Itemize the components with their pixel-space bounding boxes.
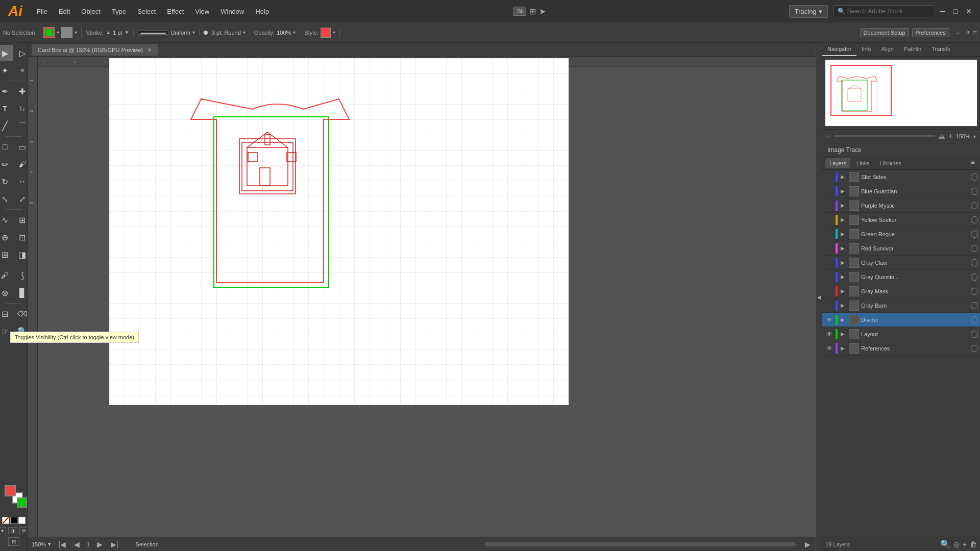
menu-view[interactable]: View bbox=[190, 6, 214, 17]
fill-dropdown-arrow[interactable]: ▾ bbox=[57, 30, 59, 35]
mesh-tool[interactable]: ⊞ bbox=[0, 246, 13, 263]
layer-row[interactable]: ▶Red Survivor bbox=[822, 241, 980, 256]
menu-help[interactable]: Help bbox=[250, 6, 274, 17]
tab-links[interactable]: Links bbox=[852, 158, 874, 168]
layer-target-circle[interactable] bbox=[971, 245, 978, 252]
tab-layers[interactable]: Layers bbox=[825, 158, 850, 168]
last-page-button[interactable]: ▶| bbox=[110, 540, 119, 548]
menu-object[interactable]: Object bbox=[76, 6, 106, 17]
layer-target-circle[interactable] bbox=[971, 316, 978, 323]
layer-target-circle[interactable] bbox=[971, 302, 978, 309]
search-stock-input[interactable] bbox=[847, 8, 929, 15]
layer-expand-arrow[interactable]: ▶ bbox=[839, 188, 847, 194]
st-icon[interactable]: St bbox=[513, 7, 526, 16]
direct-select-tool[interactable]: ▷ bbox=[14, 45, 28, 61]
stroke-down-arrow[interactable]: ▼ bbox=[125, 30, 130, 35]
style-swatch[interactable] bbox=[321, 28, 331, 38]
menu-edit[interactable]: Edit bbox=[54, 6, 75, 17]
stroke-swatch[interactable] bbox=[61, 27, 72, 38]
brush-tool[interactable]: 🖌 bbox=[14, 156, 28, 172]
stroke-type-dropdown[interactable]: ▾ bbox=[192, 30, 195, 35]
options-icon[interactable]: ≡ bbox=[973, 29, 977, 37]
preferences-button[interactable]: Preferences bbox=[912, 28, 949, 37]
tab-pathfinder[interactable]: Pathfin bbox=[899, 43, 926, 56]
blend-tool[interactable]: ⟆ bbox=[14, 267, 28, 284]
zoom-dropdown-arrow[interactable]: ▾ bbox=[48, 541, 51, 547]
magic-wand-tool[interactable]: ✦ bbox=[0, 62, 13, 79]
line-tool[interactable]: ╱ bbox=[0, 118, 13, 134]
layer-expand-arrow[interactable]: ▶ bbox=[839, 217, 847, 222]
hand-tool[interactable]: ☞ bbox=[0, 323, 13, 339]
maximize-button[interactable]: □ bbox=[949, 7, 962, 15]
layer-target-circle[interactable] bbox=[971, 216, 978, 223]
layer-row[interactable]: ▶Green Rogue bbox=[822, 227, 980, 241]
shear-tool[interactable]: ⤢ bbox=[14, 191, 28, 207]
layer-row[interactable]: 👁▶References bbox=[822, 341, 980, 356]
first-page-button[interactable]: |◀ bbox=[57, 540, 67, 548]
zoom-slider[interactable] bbox=[834, 135, 935, 137]
layer-row[interactable]: 👁▶Layout bbox=[822, 327, 980, 341]
stroke-dropdown-arrow[interactable]: ▾ bbox=[75, 30, 77, 35]
perspective-tool[interactable]: ⊡ bbox=[14, 229, 28, 245]
layer-expand-arrow[interactable]: ▶ bbox=[839, 331, 847, 337]
black-swatch[interactable] bbox=[10, 517, 17, 524]
layer-visibility-toggle[interactable]: 👁 bbox=[824, 345, 835, 352]
distribute-icon[interactable]: ⫡ bbox=[964, 29, 971, 37]
lasso-tool[interactable]: ⌖ bbox=[14, 62, 28, 79]
layer-expand-arrow[interactable]: ▶ bbox=[839, 245, 847, 251]
eraser-tool[interactable]: ⌫ bbox=[14, 306, 28, 322]
layer-target-circle[interactable] bbox=[971, 259, 978, 266]
layers-trash-button[interactable]: 🗑 bbox=[970, 540, 977, 548]
select-tool[interactable]: ▶ bbox=[0, 45, 13, 61]
close-button[interactable]: ✕ bbox=[962, 7, 976, 15]
document-tab[interactable]: Card Box.ai @ 150% (RGB/GPU Preview) ✕ bbox=[32, 44, 158, 56]
artboard-tool[interactable]: ⊟ bbox=[8, 537, 19, 546]
graph-tool[interactable]: ▊ bbox=[14, 285, 28, 301]
layer-target-circle[interactable] bbox=[971, 173, 978, 181]
layers-search-button[interactable]: 🔍 bbox=[940, 539, 950, 549]
warp-tool[interactable]: ∿ bbox=[0, 212, 13, 228]
menu-select[interactable]: Select bbox=[132, 6, 161, 17]
close-tab-button[interactable]: ✕ bbox=[147, 46, 152, 54]
layer-row[interactable]: ▶Gray Barn bbox=[822, 298, 980, 313]
add-anchor-tool[interactable]: ✚ bbox=[14, 83, 28, 99]
layer-row[interactable]: ▶Gray Claw bbox=[822, 256, 980, 270]
layer-expand-arrow[interactable]: ▶ bbox=[839, 288, 847, 294]
rect-tool[interactable]: □ bbox=[0, 139, 13, 155]
layer-expand-arrow[interactable]: ▶ bbox=[839, 345, 847, 351]
layer-row[interactable]: ▶Yellow Seeker bbox=[822, 213, 980, 227]
symbol-spray-tool[interactable]: ⊛ bbox=[0, 285, 13, 301]
tab-navigator[interactable]: Navigator bbox=[822, 43, 856, 56]
layer-visibility-toggle[interactable]: 👁 bbox=[824, 331, 835, 338]
layers-panel-menu[interactable]: ≡ bbox=[969, 158, 977, 168]
arc-tool[interactable]: ⌒ bbox=[14, 118, 28, 134]
fill-swatch[interactable] bbox=[43, 27, 55, 38]
layer-target-circle[interactable] bbox=[971, 188, 978, 195]
layer-target-circle[interactable] bbox=[971, 331, 978, 338]
menu-window[interactable]: Window bbox=[215, 6, 249, 17]
layer-expand-arrow[interactable]: ▶ bbox=[839, 260, 847, 265]
touch-type-tool[interactable]: T↕ bbox=[14, 101, 28, 117]
eyedropper-tool[interactable]: 🖋 bbox=[0, 267, 13, 284]
slice-tool[interactable]: ⊟ bbox=[0, 306, 13, 322]
foreground-color-swatch[interactable] bbox=[5, 485, 16, 496]
layers-add-button[interactable]: + bbox=[963, 540, 967, 548]
reflect-tool[interactable]: ↔ bbox=[14, 173, 28, 190]
tab-transform[interactable]: Transfo bbox=[926, 43, 955, 56]
menu-effect[interactable]: Effect bbox=[162, 6, 189, 17]
layer-row[interactable]: ▶Purple Mystic bbox=[822, 198, 980, 213]
layers-locate-button[interactable]: ◎ bbox=[953, 540, 960, 548]
next-page-button[interactable]: ▶ bbox=[96, 540, 104, 548]
zoom-out-button[interactable]: − bbox=[826, 132, 831, 141]
pencil-tool[interactable]: ✏ bbox=[0, 156, 13, 172]
none-swatch[interactable] bbox=[2, 517, 9, 524]
layer-expand-arrow[interactable]: ▶ bbox=[839, 274, 847, 280]
layer-row[interactable]: ▶Blue Guardian bbox=[822, 184, 980, 198]
align-left-icon[interactable]: ⫠ bbox=[954, 29, 962, 37]
free-transform-tool[interactable]: ⊞ bbox=[14, 212, 28, 228]
tab-info[interactable]: Info bbox=[856, 43, 876, 56]
layer-target-circle[interactable] bbox=[971, 202, 978, 209]
right-panel-collapse[interactable]: ◀ bbox=[816, 43, 822, 551]
menu-file[interactable]: File bbox=[32, 6, 53, 17]
layer-row[interactable]: ▶Slot Sides bbox=[822, 170, 980, 184]
